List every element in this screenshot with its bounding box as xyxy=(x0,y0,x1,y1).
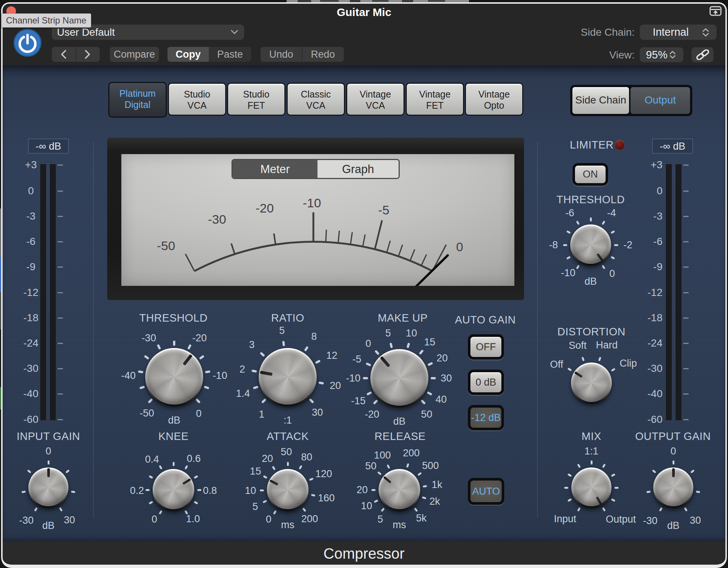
svg-text:-10: -10 xyxy=(303,196,321,210)
svg-text:-30: -30 xyxy=(208,212,226,226)
svg-text:-20: -20 xyxy=(255,201,274,215)
svg-text:0: 0 xyxy=(456,240,463,254)
svg-text:-5: -5 xyxy=(378,203,389,217)
svg-text:-50: -50 xyxy=(157,239,175,253)
